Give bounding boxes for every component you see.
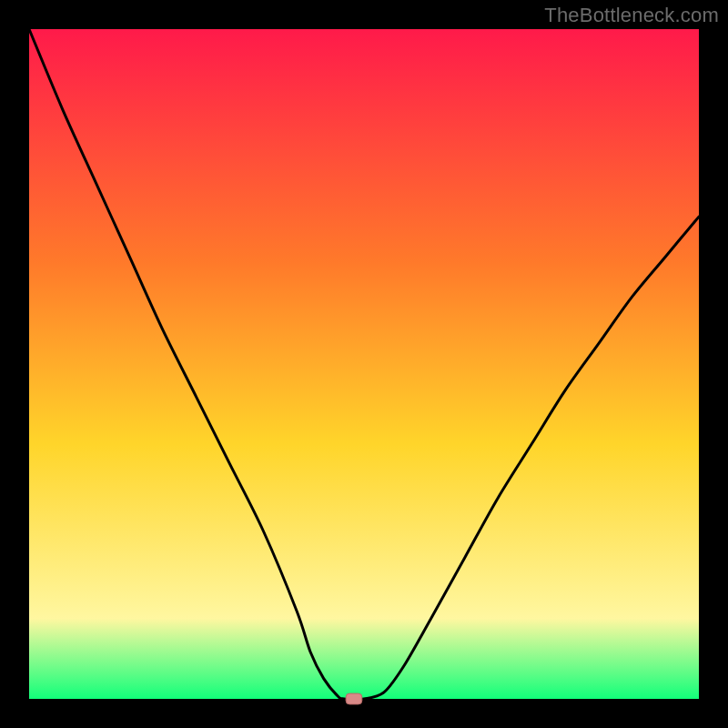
plot-background [29,29,699,699]
chart-frame: TheBottleneck.com [0,0,728,728]
bottleneck-chart [0,0,728,728]
optimum-marker [346,693,362,704]
